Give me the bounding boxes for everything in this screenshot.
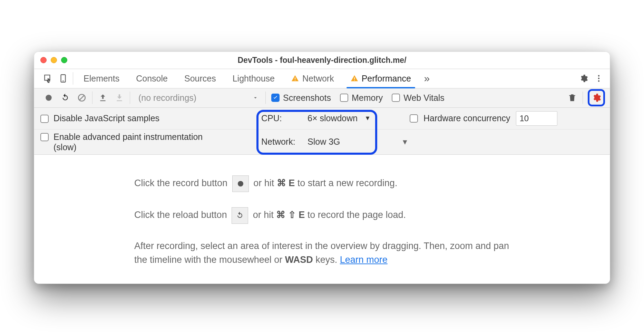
chevron-down-icon [252,95,258,101]
svg-rect-5 [354,80,355,81]
cpu-throttle-value: 6× slowdown [308,113,358,123]
recordings-label: (no recordings) [138,93,196,103]
chevron-down-icon: ▾ [403,137,407,147]
tab-lighthouse[interactable]: Lighthouse [224,69,283,88]
divider [130,92,130,104]
hwconc-input[interactable] [516,111,557,126]
tab-console[interactable]: Console [128,69,176,88]
tab-elements[interactable]: Elements [75,69,128,88]
svg-point-7 [598,78,599,79]
svg-line-11 [80,96,84,100]
close-window-button[interactable] [40,57,47,63]
chevron-down-icon: ▼ [364,115,371,122]
learn-more-link[interactable]: Learn more [340,255,388,265]
zoom-window-button[interactable] [61,57,67,63]
kebab-menu-icon[interactable] [591,71,606,86]
record-button[interactable] [40,90,57,105]
hint-record: Click the record button or hit ⌘ E to st… [134,175,514,192]
paint-instr-checkbox[interactable] [40,133,49,141]
hwconc-label: Hardware concurrency [423,113,510,123]
paint-instrumentation-row[interactable]: Enable advanced paint instrumentation (s… [40,132,261,152]
capture-settings-button[interactable] [588,89,605,106]
cpu-label: CPU: [261,113,303,123]
divider [92,92,92,104]
screenshots-label: Screenshots [283,93,331,103]
recordings-dropdown[interactable]: (no recordings) [132,93,263,103]
memory-checkbox-row[interactable]: Memory [336,93,388,103]
titlebar: DevTools - foul-heavenly-direction.glitc… [34,52,610,69]
network-throttle-row[interactable]: Network: Slow 3G [261,137,392,147]
devtools-tabbar: Elements Console Sources Lighthouse Netw… [34,69,610,88]
paint-instr-label: Enable advanced paint instrumentation (s… [53,132,219,152]
divider [265,92,266,104]
devtools-window: DevTools - foul-heavenly-direction.glitc… [34,51,610,284]
disable-js-samples-row[interactable]: Disable JavaScript samples [40,113,261,123]
tab-label: Network [302,74,334,84]
tab-label: Console [136,74,168,84]
hwconc-checkbox[interactable] [410,114,418,123]
tab-label: Elements [84,74,119,84]
capture-settings-panel: Disable JavaScript samples CPU: 6× slowd… [34,108,610,155]
svg-point-8 [598,80,599,82]
clear-button[interactable] [74,90,90,105]
trash-button[interactable] [564,90,580,105]
more-tabs-button[interactable]: » [419,73,435,84]
tab-performance[interactable]: Performance [342,69,419,88]
svg-point-6 [598,75,599,76]
svg-rect-1 [62,81,64,82]
hint-reload: Click the reload button or hit ⌘ ⇧ E to … [134,207,514,224]
cpu-throttle-row[interactable]: CPU: 6× slowdown ▼ [261,113,392,123]
settings-icon[interactable] [576,71,591,86]
upload-button[interactable] [95,90,111,105]
hardware-concurrency-row[interactable]: Hardware concurrency [410,111,557,126]
tab-network[interactable]: Network [283,69,342,88]
webvitals-label: Web Vitals [403,93,445,103]
svg-rect-3 [295,80,295,81]
svg-point-12 [238,181,243,186]
memory-label: Memory [352,93,383,103]
download-button[interactable] [111,90,128,105]
svg-rect-2 [295,77,295,79]
window-controls [40,57,67,63]
reload-button[interactable] [57,90,74,105]
hint-after: After recording, select an area of inter… [134,239,514,267]
record-icon [232,175,249,192]
network-label: Network: [261,137,303,147]
tab-sources[interactable]: Sources [176,69,224,88]
memory-checkbox[interactable] [340,94,348,102]
warning-icon [351,75,358,82]
tab-label: Lighthouse [233,74,275,84]
tab-label: Performance [362,74,411,84]
inspect-icon[interactable] [40,71,56,86]
empty-state-content: Click the record button or hit ⌘ E to st… [34,155,610,284]
disable-js-label: Disable JavaScript samples [53,113,159,123]
divider [73,72,73,85]
disable-js-checkbox[interactable] [40,115,49,123]
screenshots-checkbox[interactable] [271,94,280,102]
performance-toolbar: (no recordings) Screenshots Memory Web V… [34,88,610,108]
network-throttle-value: Slow 3G [308,137,340,147]
reload-icon [232,207,248,224]
svg-point-9 [46,95,51,100]
device-toggle-icon[interactable] [56,71,71,86]
screenshots-checkbox-row[interactable]: Screenshots [268,93,336,103]
tab-label: Sources [184,74,216,84]
webvitals-checkbox[interactable] [392,94,400,102]
divider [583,92,583,104]
minimize-window-button[interactable] [51,57,57,63]
webvitals-checkbox-row[interactable]: Web Vitals [388,93,450,103]
svg-rect-4 [354,77,355,79]
window-title: DevTools - foul-heavenly-direction.glitc… [34,56,610,65]
warning-icon [291,75,299,82]
